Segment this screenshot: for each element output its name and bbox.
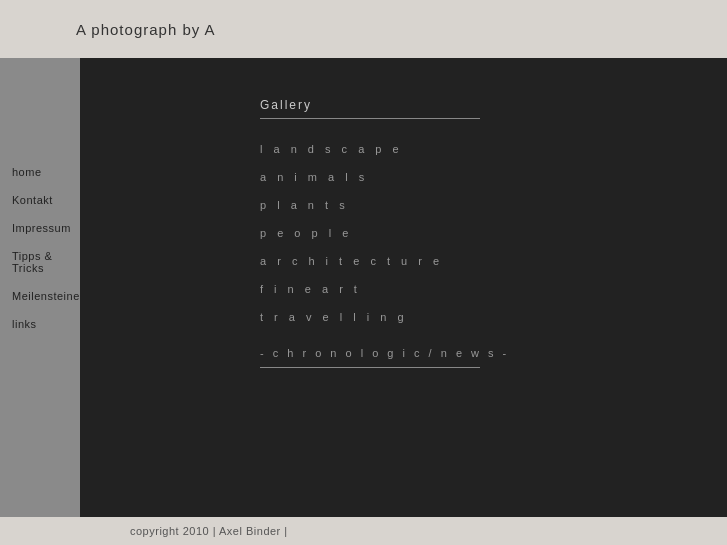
chronologic-link[interactable]: - c h r o n o l o g i c / n e w s - bbox=[260, 347, 509, 359]
main-layout: homeKontaktImpressumTipps & TricksMeilen… bbox=[0, 58, 727, 545]
bottom-bar: copyright 2010 | Axel Binder | bbox=[0, 517, 727, 545]
sidebar-item-tippstricks[interactable]: Tipps & Tricks bbox=[0, 242, 80, 282]
site-title: A photograph by A bbox=[76, 21, 216, 38]
gallery-links: l a n d s c a p ea n i m a l sp l a n t … bbox=[260, 143, 687, 323]
copyright-text: copyright 2010 | Axel Binder | bbox=[130, 525, 288, 537]
chronologic-area: - c h r o n o l o g i c / n e w s - bbox=[260, 343, 687, 368]
gallery-link-travelling[interactable]: t r a v e l l i n g bbox=[260, 311, 687, 323]
sidebar-item-impressum[interactable]: Impressum bbox=[0, 214, 80, 242]
outer-wrapper: A photograph by A homeKontaktImpressumTi… bbox=[0, 0, 727, 545]
gallery-link-architecture[interactable]: a r c h i t e c t u r e bbox=[260, 255, 687, 267]
gallery-title: Gallery bbox=[260, 98, 687, 112]
gallery-divider bbox=[260, 118, 480, 119]
sidebar-item-home[interactable]: home bbox=[0, 158, 80, 186]
sidebar: homeKontaktImpressumTipps & TricksMeilen… bbox=[0, 58, 80, 545]
gallery-link-landscape[interactable]: l a n d s c a p e bbox=[260, 143, 687, 155]
gallery-link-animals[interactable]: a n i m a l s bbox=[260, 171, 687, 183]
content-area: Gallery l a n d s c a p ea n i m a l sp … bbox=[80, 58, 727, 545]
chronologic-divider bbox=[260, 367, 480, 368]
gallery-link-plants[interactable]: p l a n t s bbox=[260, 199, 687, 211]
sidebar-item-meilensteine[interactable]: Meilensteine bbox=[0, 282, 80, 310]
sidebar-item-kontakt[interactable]: Kontakt bbox=[0, 186, 80, 214]
sidebar-item-links[interactable]: links bbox=[0, 310, 80, 338]
gallery-link-people[interactable]: p e o p l e bbox=[260, 227, 687, 239]
gallery-link-fineart[interactable]: f i n e a r t bbox=[260, 283, 687, 295]
header: A photograph by A bbox=[0, 0, 727, 58]
